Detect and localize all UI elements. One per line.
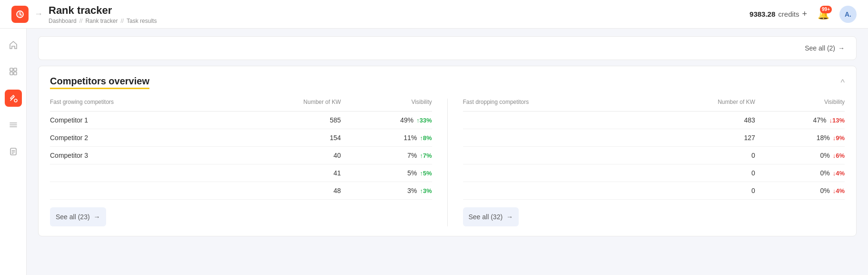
- credits-block: 9383.28 credits +: [750, 9, 807, 19]
- sidebar-item-grid[interactable]: [5, 63, 22, 80]
- competitor-visibility: 18% ↓9%: [755, 129, 845, 147]
- sidebar-item-list[interactable]: [5, 116, 22, 133]
- page-title: Rank tracker: [49, 4, 750, 17]
- up-arrow-icon: ↑8%: [420, 134, 432, 142]
- sidebar-item-tool[interactable]: [5, 90, 22, 107]
- competitor-kw: 154: [233, 129, 341, 147]
- fast-growing-row: Competitor 1 585 49% ↑33%: [50, 112, 432, 129]
- competitor-kw: 483: [650, 112, 755, 129]
- fast-dropping-row: 0 0% ↓4%: [463, 164, 845, 182]
- user-avatar[interactable]: A.: [839, 6, 857, 23]
- competitor-name: [50, 182, 233, 200]
- fast-growing-kw-header: Number of KW: [233, 99, 341, 112]
- fast-dropping-table: Fast dropping competitors Number of KW V…: [463, 99, 845, 200]
- competitor-name: [463, 129, 650, 147]
- breadcrumb-sep2: //: [120, 18, 124, 24]
- sidebar-item-report[interactable]: [5, 143, 22, 160]
- svg-rect-4: [14, 72, 17, 75]
- competitor-name: [463, 112, 650, 129]
- competitor-visibility: 7% ↑7%: [341, 147, 432, 164]
- competitor-name: [463, 164, 650, 182]
- fast-growing-row: Competitor 3 40 7% ↑7%: [50, 147, 432, 164]
- top-navigation: → Rank tracker Dashboard // Rank tracker…: [0, 0, 868, 29]
- down-arrow-icon: ↓13%: [829, 117, 845, 124]
- see-all-fast-dropping-arrow: →: [506, 213, 513, 221]
- breadcrumb-sep1: //: [79, 18, 83, 24]
- fast-dropping-section: Fast dropping competitors Number of KW V…: [447, 99, 845, 226]
- see-all-fast-growing-arrow: →: [94, 213, 100, 221]
- competitor-name: [463, 147, 650, 164]
- up-arrow-icon: ↑33%: [416, 117, 432, 124]
- nav-right: 9383.28 credits + 🔔 99+ A.: [750, 6, 857, 23]
- fast-growing-table: Fast growing competitors Number of KW Vi…: [50, 99, 432, 200]
- breadcrumb-rank-tracker[interactable]: Rank tracker: [85, 18, 118, 24]
- notifications-button[interactable]: 🔔 99+: [815, 6, 832, 23]
- competitor-visibility: 3% ↑3%: [341, 182, 432, 200]
- down-arrow-icon: ↓4%: [833, 170, 845, 177]
- fast-dropping-kw-header: Number of KW: [650, 99, 755, 112]
- credits-amount: 9383.28: [750, 10, 775, 18]
- competitor-visibility: 0% ↓4%: [755, 182, 845, 200]
- top-section-bar: See all (2) →: [38, 36, 857, 60]
- competitor-kw: 585: [233, 112, 341, 129]
- down-arrow-icon: ↓9%: [833, 134, 845, 142]
- svg-rect-3: [10, 72, 13, 75]
- main-content: See all (2) → Competitors overview ^ Fas…: [27, 29, 868, 244]
- card-title: Competitors overview: [50, 76, 149, 89]
- competitor-kw: 41: [233, 164, 341, 182]
- svg-rect-9: [10, 148, 16, 155]
- svg-rect-1: [10, 68, 13, 71]
- see-all-fast-dropping-label: See all (32): [469, 213, 503, 221]
- up-arrow-icon: ↑3%: [420, 187, 432, 194]
- card-header: Competitors overview ^: [50, 76, 845, 89]
- fast-dropping-row: 127 18% ↓9%: [463, 129, 845, 147]
- breadcrumb: Dashboard // Rank tracker // Task result…: [49, 18, 750, 24]
- up-arrow-icon: ↑5%: [420, 170, 432, 177]
- competitor-name: Competitor 2: [50, 129, 233, 147]
- competitor-visibility: 0% ↓4%: [755, 164, 845, 182]
- see-all-fast-dropping-button[interactable]: See all (32) →: [463, 207, 519, 226]
- page-title-block: Rank tracker Dashboard // Rank tracker /…: [49, 4, 750, 24]
- competitor-kw: 40: [233, 147, 341, 164]
- down-arrow-icon: ↓4%: [833, 187, 845, 194]
- fast-growing-header: Fast growing competitors: [50, 99, 233, 112]
- logo[interactable]: [11, 6, 29, 23]
- down-arrow-icon: ↓6%: [833, 152, 845, 159]
- competitor-visibility: 49% ↑33%: [341, 112, 432, 129]
- up-arrow-icon: ↑7%: [420, 152, 432, 159]
- fast-dropping-header: Fast dropping competitors: [463, 99, 650, 112]
- competitor-name: Competitor 1: [50, 112, 233, 129]
- nav-arrow-icon: →: [34, 9, 43, 19]
- tables-wrapper: Fast growing competitors Number of KW Vi…: [50, 99, 845, 226]
- fast-dropping-row: 0 0% ↓6%: [463, 147, 845, 164]
- fast-growing-row: 41 5% ↑5%: [50, 164, 432, 182]
- competitor-visibility: 11% ↑8%: [341, 129, 432, 147]
- see-all-fast-growing-button[interactable]: See all (23) →: [50, 207, 106, 226]
- add-credits-button[interactable]: +: [802, 9, 807, 19]
- sidebar: [0, 29, 27, 275]
- fast-dropping-row: 0 0% ↓4%: [463, 182, 845, 200]
- competitor-kw: 0: [650, 182, 755, 200]
- competitors-overview-card: Competitors overview ^ Fast growing comp…: [38, 66, 857, 236]
- breadcrumb-dashboard[interactable]: Dashboard: [49, 18, 77, 24]
- competitor-visibility: 0% ↓6%: [755, 147, 845, 164]
- competitor-visibility: 5% ↑5%: [341, 164, 432, 182]
- see-all-fast-growing-label: See all (23): [56, 213, 90, 221]
- svg-point-5: [14, 99, 17, 102]
- fast-growing-row: 48 3% ↑3%: [50, 182, 432, 200]
- competitor-kw: 127: [650, 129, 755, 147]
- fast-growing-visibility-header: Visibility: [341, 99, 432, 112]
- fast-growing-row: Competitor 2 154 11% ↑8%: [50, 129, 432, 147]
- collapse-button[interactable]: ^: [841, 78, 845, 88]
- credits-label: credits: [778, 10, 799, 18]
- see-all-top-button[interactable]: See all (2) →: [805, 44, 845, 52]
- fast-dropping-row: 483 47% ↓13%: [463, 112, 845, 129]
- competitor-kw: 0: [650, 164, 755, 182]
- sidebar-item-home[interactable]: [5, 36, 22, 53]
- competitor-kw: 0: [650, 147, 755, 164]
- svg-rect-2: [14, 68, 17, 71]
- competitor-name: [463, 182, 650, 200]
- competitor-visibility: 47% ↓13%: [755, 112, 845, 129]
- breadcrumb-task-results[interactable]: Task results: [127, 18, 157, 24]
- fast-dropping-visibility-header: Visibility: [755, 99, 845, 112]
